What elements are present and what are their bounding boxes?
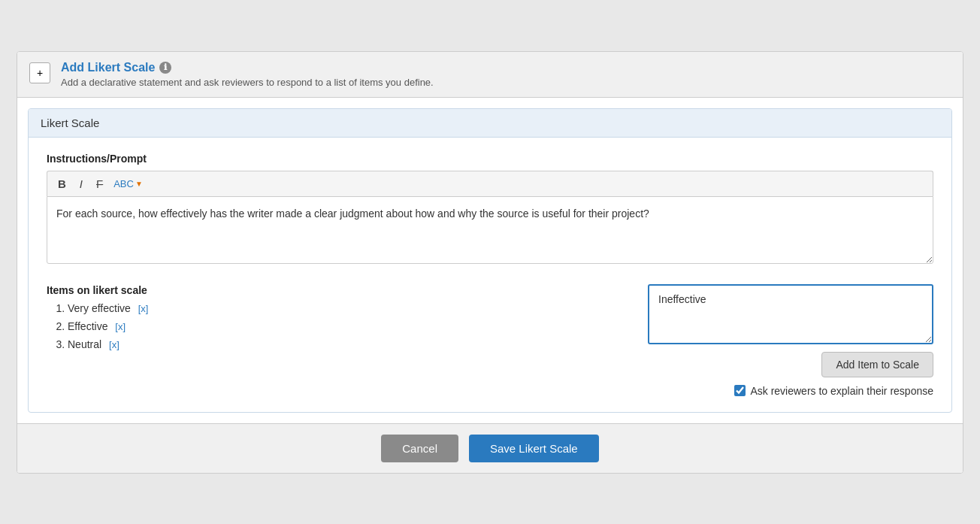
info-icon[interactable]: ℹ <box>159 62 171 74</box>
item-2-remove[interactable]: [x] <box>115 321 126 332</box>
toolbar: B I F ABC ▼ <box>47 171 933 196</box>
header-title-text: Add Likert Scale <box>61 61 155 74</box>
list-item: Very effective [x] <box>68 302 633 314</box>
card-title: Likert Scale <box>29 109 951 138</box>
italic-button[interactable]: I <box>77 176 86 192</box>
card-body: Instructions/Prompt B I F ABC ▼ Items on… <box>29 138 951 412</box>
explain-checkbox-row: Ask reviewers to explain their response <box>734 385 933 397</box>
strikethrough-button[interactable]: F <box>93 176 106 192</box>
item-1-remove[interactable]: [x] <box>138 303 149 314</box>
main-container: + Add Likert Scale ℹ Add a declarative s… <box>17 51 963 474</box>
items-label: Items on likert scale <box>47 284 633 296</box>
expand-icon[interactable]: + <box>29 62 50 83</box>
header: + Add Likert Scale ℹ Add a declarative s… <box>17 52 963 98</box>
header-title-row: Add Likert Scale ℹ <box>61 61 434 74</box>
item-3-text: Neutral <box>68 338 101 350</box>
header-text: Add Likert Scale ℹ Add a declarative sta… <box>61 61 434 88</box>
footer: Cancel Save Likert Scale <box>17 423 963 473</box>
spell-arrow: ▼ <box>135 180 143 188</box>
cancel-button[interactable]: Cancel <box>381 435 458 462</box>
prompt-textarea[interactable] <box>47 196 933 264</box>
explain-label: Ask reviewers to explain their response <box>750 385 933 397</box>
save-button[interactable]: Save Likert Scale <box>469 435 599 462</box>
item-2-text: Effective <box>68 320 107 332</box>
instructions-label: Instructions/Prompt <box>47 153 933 165</box>
items-section: Items on likert scale Very effective [x]… <box>47 284 933 397</box>
header-subtitle: Add a declarative statement and ask revi… <box>61 77 434 88</box>
explain-checkbox[interactable] <box>734 385 746 396</box>
items-left: Items on likert scale Very effective [x]… <box>47 284 633 356</box>
item-3-remove[interactable]: [x] <box>109 339 119 350</box>
item-1-text: Very effective <box>68 302 131 314</box>
spell-text: ABC <box>113 178 134 189</box>
instructions-section: Instructions/Prompt B I F ABC ▼ <box>47 153 933 266</box>
main-card: Likert Scale Instructions/Prompt B I F A… <box>28 108 952 413</box>
items-list: Very effective [x] Effective [x] Neutral… <box>47 302 633 350</box>
new-item-input[interactable] <box>648 284 933 344</box>
spellcheck-icon[interactable]: ABC ▼ <box>113 178 143 189</box>
bold-button[interactable]: B <box>55 176 69 192</box>
add-item-button[interactable]: Add Item to Scale <box>821 352 933 377</box>
plus-icon: + <box>37 67 43 79</box>
list-item: Effective [x] <box>68 320 633 332</box>
list-item: Neutral [x] <box>68 338 633 350</box>
items-right: Add Item to Scale Ask reviewers to expla… <box>648 284 933 397</box>
